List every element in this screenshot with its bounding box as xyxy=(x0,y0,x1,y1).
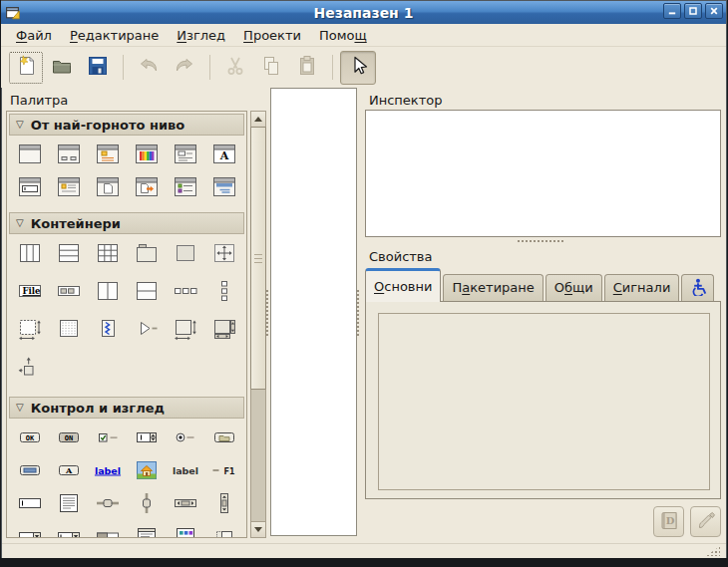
palette-item-text-view[interactable] xyxy=(49,491,88,524)
undo-button xyxy=(131,51,167,85)
palette-section-1[interactable]: ▽От най-горното ниво xyxy=(9,114,244,136)
palette-item-expander[interactable] xyxy=(127,317,166,355)
palette-section-label: Контрол и изглед xyxy=(31,401,165,416)
paned-handle-horizontal[interactable] xyxy=(517,239,564,244)
minimize-button[interactable] xyxy=(663,3,681,19)
palette-item-cell-view[interactable] xyxy=(204,524,243,538)
new-button[interactable] xyxy=(8,51,44,85)
palette-item-link-button[interactable]: label xyxy=(88,458,127,491)
palette-item-frame[interactable] xyxy=(127,241,166,279)
thumb-grip xyxy=(254,254,262,255)
palette-item-input-dialog[interactable] xyxy=(10,175,49,208)
tab-signals[interactable]: Сигнали xyxy=(604,274,680,302)
palette-item-spin-button[interactable] xyxy=(127,425,166,458)
palette-item-image[interactable] xyxy=(127,458,166,491)
design-canvas[interactable] xyxy=(270,88,357,536)
palette-item-vbox[interactable] xyxy=(49,241,88,279)
palette-item-scrolled-window[interactable] xyxy=(10,317,49,355)
palette-item-label[interactable]: label xyxy=(166,458,204,491)
cut-icon xyxy=(223,54,247,81)
accessibility-icon xyxy=(688,277,707,299)
properties-title: Свойства xyxy=(369,249,433,264)
statusbar xyxy=(2,543,726,558)
scrollbar-thumb[interactable] xyxy=(250,127,266,390)
palette-item-vscrollbar[interactable] xyxy=(204,491,243,524)
open-button[interactable] xyxy=(44,51,80,85)
palette-item-viewport[interactable] xyxy=(49,317,88,355)
palette-item-accel-label[interactable]: F1 xyxy=(204,458,243,491)
palette-item-radio-button[interactable] xyxy=(166,425,204,458)
paned-handle-right[interactable] xyxy=(356,289,361,337)
palette-item-font-dialog[interactable]: A xyxy=(204,142,243,175)
palette-item-layout[interactable] xyxy=(204,317,243,355)
palette-item-toolbar[interactable] xyxy=(49,279,88,317)
menu-help[interactable]: Помощ xyxy=(310,25,376,46)
palette-item-file-chooser-dialog[interactable] xyxy=(166,142,204,175)
properties-empty-area xyxy=(378,313,710,490)
close-button[interactable] xyxy=(705,3,723,19)
pointer-button[interactable] xyxy=(340,51,376,85)
palette-item-check-button[interactable] xyxy=(88,425,127,458)
palette-item-menubar[interactable]: File xyxy=(10,279,49,317)
palette-item-color-button[interactable] xyxy=(10,458,49,491)
menu-edit[interactable]: Редактиране xyxy=(61,25,168,46)
paste-button xyxy=(289,51,325,85)
palette-item-fixed[interactable] xyxy=(204,241,243,279)
maximize-button[interactable] xyxy=(684,3,702,19)
palette-item-aspect-frame[interactable] xyxy=(166,317,204,355)
palette-item-combo-box[interactable] xyxy=(10,524,49,538)
save-button[interactable] xyxy=(80,51,116,85)
palette-item-hbutton-box[interactable] xyxy=(166,279,204,317)
scroll-down-button[interactable] xyxy=(250,521,266,538)
palette-section-2[interactable]: ▽Контейнери xyxy=(9,212,244,234)
svg-text:F1: F1 xyxy=(223,466,234,476)
palette-item-file-button[interactable] xyxy=(204,425,243,458)
palette-item-hscale[interactable] xyxy=(88,491,127,524)
palette-item-hscrollbar[interactable] xyxy=(166,491,204,524)
palette-item-toggle-button[interactable]: ON xyxy=(49,425,88,458)
palette-item-vpaned[interactable] xyxy=(127,279,166,317)
palette-item-table[interactable] xyxy=(88,241,127,279)
scroll-up-button[interactable] xyxy=(250,111,266,128)
palette-item-vbutton-box[interactable] xyxy=(204,279,243,317)
palette-item-color-dialog[interactable] xyxy=(127,142,166,175)
pointer-icon xyxy=(346,54,370,81)
titlebar: Незапазен 1 xyxy=(1,1,726,24)
palette-item-file-forward[interactable] xyxy=(127,175,166,208)
palette-item-message-dialog[interactable] xyxy=(88,142,127,175)
palette-scrollbar[interactable] xyxy=(250,111,266,538)
palette-item-window[interactable] xyxy=(10,142,49,175)
palette-item-event-box[interactable] xyxy=(166,241,204,279)
palette-item-font-button[interactable]: A xyxy=(49,458,88,491)
tab-common[interactable]: Общи xyxy=(546,274,602,302)
palette-item-combo-box-entry[interactable] xyxy=(49,524,88,538)
palette-grid-3: OKONAlabellabelF1 xyxy=(7,419,246,538)
palette-item-vscale[interactable] xyxy=(127,491,166,524)
palette-item-hpaned[interactable] xyxy=(88,279,127,317)
save-icon xyxy=(86,54,110,81)
svg-text:OK: OK xyxy=(25,434,34,442)
palette-item-button[interactable]: OK xyxy=(10,425,49,458)
menu-view[interactable]: Изглед xyxy=(168,25,234,46)
paned-handle-left[interactable] xyxy=(265,289,270,337)
window-controls xyxy=(663,3,723,19)
palette-item-dialog[interactable] xyxy=(49,142,88,175)
palette-item-list-dialog[interactable] xyxy=(166,175,204,208)
palette-item-about-dialog[interactable] xyxy=(49,175,88,208)
palette-item-entry[interactable] xyxy=(10,491,49,524)
tab-accessibility[interactable] xyxy=(681,274,714,302)
palette-item-progress-bar[interactable] xyxy=(88,524,127,538)
menu-projects[interactable]: Проекти xyxy=(234,25,310,46)
palette-item-alignment[interactable] xyxy=(10,355,49,393)
palette-item-icon-view[interactable] xyxy=(166,524,204,538)
palette-item-window-header[interactable] xyxy=(204,175,243,208)
inspector-tree[interactable] xyxy=(365,110,721,237)
palette-item-hbox[interactable] xyxy=(10,241,49,279)
palette-item-document[interactable] xyxy=(88,175,127,208)
palette-section-3[interactable]: ▽Контрол и изглед xyxy=(9,397,244,419)
tab-general[interactable]: Основни xyxy=(365,268,441,302)
palette-item-tree-view[interactable] xyxy=(127,524,166,538)
tab-packing[interactable]: Пакетиране xyxy=(443,274,543,302)
menu-file[interactable]: Файл xyxy=(7,25,61,46)
palette-item-handle-box[interactable] xyxy=(88,317,127,355)
